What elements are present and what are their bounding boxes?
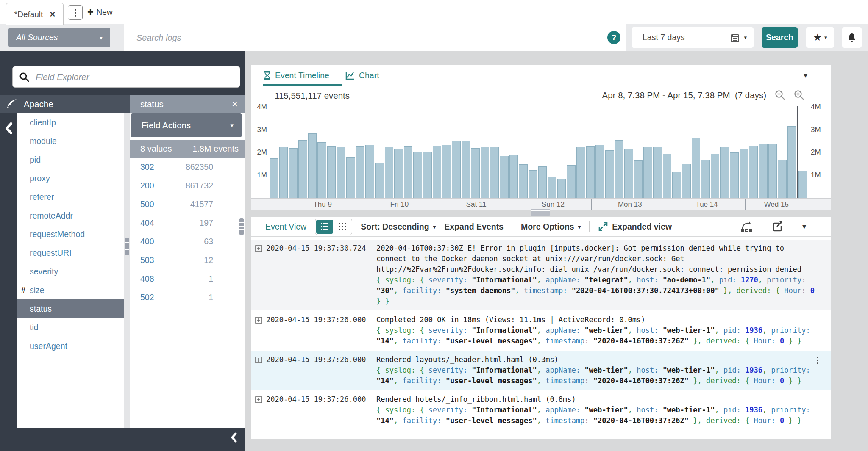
histogram-bar[interactable] [720, 147, 729, 198]
field-list-scrollbar[interactable] [124, 113, 130, 428]
notifications-button[interactable] [842, 27, 862, 48]
sort-dropdown[interactable]: Sort: Descending ▾ [361, 222, 436, 232]
field-item-status[interactable]: status [17, 299, 124, 318]
histogram-bar[interactable] [519, 164, 528, 198]
histogram-bar[interactable] [327, 146, 336, 198]
field-item-userAgent[interactable]: userAgent [17, 337, 124, 355]
collapse-timeline-icon[interactable]: ▾ [804, 71, 807, 80]
scrollbar-thumb[interactable] [125, 238, 129, 255]
histogram-bar[interactable] [442, 145, 451, 198]
histogram-bar[interactable] [385, 147, 394, 198]
histogram-bar[interactable] [452, 141, 461, 198]
event-row[interactable]: 2020-04-15 19:37:30.7242020-04-16T00:37:… [251, 240, 831, 311]
tab-menu-button[interactable] [68, 5, 83, 20]
histogram-bar[interactable] [298, 140, 307, 198]
histogram-bar[interactable] [356, 146, 365, 198]
event-row[interactable]: 2020-04-15 19:37:26.000Rendered hotels/_… [251, 391, 831, 431]
event-histogram[interactable]: 1M1M2M2M3M3M4M4M [270, 106, 807, 198]
field-item-remoteAddr[interactable]: remoteAddr [17, 206, 124, 225]
histogram-bar[interactable] [653, 147, 662, 198]
histogram-bar[interactable] [433, 146, 442, 198]
collapse-sidebar-button[interactable] [4, 122, 14, 136]
histogram-bar[interactable] [586, 146, 595, 198]
field-item-requestURI[interactable]: requestURI [17, 243, 124, 262]
histogram-bar[interactable] [289, 148, 298, 198]
histogram-bar[interactable] [749, 146, 758, 198]
histogram-bar[interactable] [375, 163, 384, 199]
status-value-row[interactable]: 302862350 [130, 158, 245, 176]
histogram-bar[interactable] [624, 149, 633, 198]
more-options-dropdown[interactable]: More Options ▾ [521, 222, 581, 232]
zoom-out-icon[interactable] [775, 90, 785, 100]
collapse-events-icon[interactable]: ▾ [802, 222, 806, 231]
share-icon[interactable] [772, 221, 784, 232]
histogram-bar[interactable] [740, 149, 748, 198]
histogram-bar[interactable] [672, 172, 681, 198]
event-row[interactable]: 2020-04-15 19:37:26.000Rendered layouts/… [251, 351, 831, 391]
field-item-pid[interactable]: pid [17, 150, 124, 169]
derived-fields-icon[interactable] [740, 221, 753, 232]
histogram-bar[interactable] [634, 160, 643, 198]
histogram-bar[interactable] [462, 141, 470, 198]
help-icon[interactable]: ? [607, 31, 620, 44]
time-range-dropdown[interactable]: Last 7 days ▾ [632, 27, 754, 48]
histogram-bar[interactable] [682, 164, 691, 198]
histogram-bar[interactable] [643, 147, 652, 198]
expand-event-icon[interactable] [255, 394, 266, 426]
search-input[interactable] [124, 24, 582, 52]
status-value-row[interactable]: 50041577 [130, 195, 245, 213]
histogram-bar[interactable] [404, 146, 413, 198]
expand-event-icon[interactable] [255, 354, 266, 386]
field-item-module[interactable]: module [17, 132, 124, 150]
field-actions-dropdown[interactable]: Field Actions ▾ [131, 113, 242, 137]
field-item-severity[interactable]: severity [17, 262, 124, 281]
histogram-bar[interactable] [605, 150, 614, 198]
histogram-bar[interactable] [778, 160, 787, 199]
histogram-bar[interactable] [317, 142, 326, 198]
histogram-bar[interactable] [481, 147, 490, 198]
histogram-bar[interactable] [270, 158, 278, 198]
sources-dropdown[interactable]: All Sources ▾ [8, 28, 110, 47]
histogram-bar[interactable] [711, 154, 720, 198]
histogram-bar[interactable] [529, 170, 537, 198]
expand-events-button[interactable]: Expand Events [444, 222, 504, 232]
expanded-view-toggle[interactable]: Expanded view [598, 221, 672, 232]
field-item-tid[interactable]: tid [17, 318, 124, 337]
histogram-bar[interactable] [346, 157, 355, 198]
close-tab-icon[interactable]: × [50, 10, 55, 19]
histogram-bar[interactable] [394, 149, 403, 198]
field-explorer-input[interactable] [35, 72, 234, 83]
close-icon[interactable]: × [232, 99, 238, 109]
status-value-row[interactable]: 5021 [130, 288, 245, 307]
list-view-button[interactable] [316, 220, 333, 234]
new-tab-button[interactable]: + New [87, 5, 113, 19]
status-value-row[interactable]: 404197 [130, 213, 245, 232]
histogram-bar[interactable] [759, 144, 768, 198]
status-scrollbar-thumb[interactable] [239, 218, 244, 235]
histogram-bar[interactable] [337, 147, 345, 198]
histogram-bar[interactable] [701, 160, 710, 199]
field-item-requestMethod[interactable]: requestMethod [17, 225, 124, 243]
resize-handle[interactable] [531, 209, 550, 216]
histogram-bar[interactable] [557, 179, 566, 198]
field-item-proxy[interactable]: proxy [17, 169, 124, 188]
event-menu-button[interactable] [816, 356, 819, 366]
tab-event-timeline[interactable]: Event Timeline [264, 71, 329, 80]
histogram-bar[interactable] [490, 147, 499, 198]
histogram-bar[interactable] [692, 138, 701, 198]
histogram-bar[interactable] [663, 154, 672, 198]
histogram-bar[interactable] [576, 147, 585, 198]
favorites-dropdown[interactable]: ★ ▾ [806, 27, 834, 48]
histogram-bar[interactable] [279, 147, 288, 198]
histogram-bar[interactable] [509, 155, 518, 198]
field-item-referer[interactable]: referer [17, 188, 124, 206]
histogram-bar[interactable] [500, 156, 509, 198]
grid-view-button[interactable] [334, 220, 351, 234]
histogram-bar[interactable] [548, 177, 556, 198]
expand-event-icon[interactable] [255, 315, 266, 346]
field-item-size[interactable]: #size [17, 281, 124, 299]
histogram-bar[interactable] [308, 133, 317, 198]
histogram-bar[interactable] [768, 144, 777, 198]
tab-default[interactable]: *Default × [6, 3, 64, 25]
status-value-row[interactable]: 200861732 [130, 176, 245, 195]
